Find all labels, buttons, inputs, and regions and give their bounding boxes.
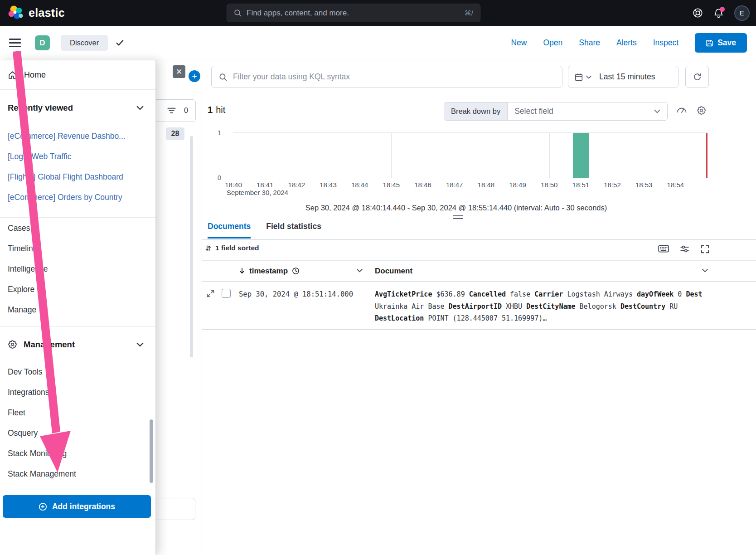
display-options-icon[interactable] — [680, 245, 689, 253]
recently-viewed-item-logs-web-traffic[interactable]: [Logs] Web Traffic — [0, 146, 155, 167]
sidebar-item-home[interactable]: Home — [0, 60, 155, 89]
gear-icon[interactable] — [697, 106, 706, 115]
kql-query-input[interactable]: Filter your data using KQL syntax — [211, 66, 562, 88]
x-axis-label: 18:47 — [446, 181, 463, 189]
recently-viewed-item-flights-global-flight-dashboard[interactable]: [Flights] Global Flight Dashboard — [0, 167, 155, 187]
x-axis-date-label: September 30, 2024 — [227, 189, 288, 196]
management-list: Dev ToolsIntegrationsFleetOsqueryStack M… — [0, 362, 155, 484]
sort-summary: 1 field sorted — [215, 244, 259, 252]
column-label: Document — [375, 267, 412, 276]
notifications-icon[interactable] — [714, 8, 723, 18]
doc-field-name: DestCityName — [526, 302, 575, 311]
chevron-down-icon — [136, 342, 144, 347]
breakdown-select-value: Select field — [514, 107, 553, 116]
save-button-label: Save — [717, 38, 736, 48]
sidebar-item-osquery[interactable]: Osquery — [0, 423, 155, 443]
document-cell[interactable]: AvgTicketPrice $636.89 Cancelled false C… — [375, 288, 707, 325]
sidebar-item-integrations[interactable]: Integrations — [0, 382, 155, 403]
add-field-icon[interactable]: + — [189, 70, 200, 82]
header-actions: E — [693, 0, 750, 26]
global-search-input[interactable]: Find apps, content, and more. ⌘/ — [227, 4, 480, 22]
chart-options-icon[interactable] — [676, 106, 687, 113]
keyboard-icon[interactable] — [658, 245, 669, 253]
doc-field-value: XHBU — [506, 302, 522, 311]
doc-field-value: Ukrainka Air Base — [375, 302, 445, 311]
sort-fields-button[interactable]: 1 field sorted — [205, 244, 259, 252]
brand[interactable]: elastic — [7, 5, 65, 21]
doc-field-name: Dest — [686, 290, 702, 298]
add-integrations-button[interactable]: Add integrations — [3, 495, 151, 518]
time-range-end-marker — [706, 133, 708, 178]
refresh-button[interactable] — [685, 66, 709, 88]
management-header[interactable]: Management — [0, 327, 155, 362]
filter-icon — [167, 107, 176, 114]
toolbar-link-share[interactable]: Share — [579, 38, 600, 48]
breakdown-select[interactable]: Select field — [508, 102, 667, 120]
notification-dot — [720, 7, 725, 12]
kql-placeholder: Filter your data using KQL syntax — [233, 72, 350, 82]
gear-icon — [8, 340, 17, 349]
x-axis-label: 18:44 — [351, 181, 368, 189]
sidebar-item-cases[interactable]: Cases — [0, 218, 155, 239]
plus-circle-icon — [39, 502, 47, 511]
space-badge[interactable]: D — [35, 35, 50, 50]
toolbar-link-alerts[interactable]: Alerts — [616, 38, 637, 48]
chevron-down-icon — [136, 106, 144, 110]
close-icon[interactable]: ✕ — [173, 65, 185, 78]
x-axis-label: 18:40 — [225, 181, 242, 189]
toolbar-actions: NewOpenShareAlertsInspect Save — [511, 33, 747, 53]
x-axis-label: 18:54 — [667, 181, 684, 189]
doc-field-name: AvgTicketPrice — [375, 290, 432, 298]
sort-icon — [205, 245, 211, 252]
y-axis-label-min: 0 — [208, 174, 221, 181]
menu-toggle-button[interactable] — [9, 39, 23, 47]
sidebar-nav-list: CasesTimelinesIntelligenceExploreManage — [0, 218, 155, 320]
toolbar-link-open[interactable]: Open — [543, 38, 562, 48]
toolbar-link-new[interactable]: New — [511, 38, 527, 48]
tab-documents[interactable]: Documents — [208, 222, 251, 239]
toolbar-link-inspect[interactable]: Inspect — [653, 38, 678, 48]
hit-count-label: hit — [216, 105, 225, 115]
expand-document-icon[interactable] — [207, 290, 214, 297]
chevron-down-icon[interactable] — [702, 268, 708, 273]
elastic-logo-icon — [7, 5, 24, 21]
sidebar-item-manage[interactable]: Manage — [0, 300, 155, 320]
sidebar-item-dev-tools[interactable]: Dev Tools — [0, 362, 155, 382]
recently-viewed-item-ecommerce-revenue-dashbo[interactable]: [eCommerce] Revenue Dashbo... — [0, 126, 155, 146]
column-header-timestamp[interactable]: timestamp — [239, 260, 300, 282]
x-axis-label: 18:51 — [572, 181, 590, 189]
home-icon — [8, 70, 17, 80]
tab-field-statistics[interactable]: Field statistics — [266, 222, 321, 239]
x-axis-label: 18:42 — [288, 181, 305, 189]
recently-viewed-item-ecommerce-orders-by-country[interactable]: [eCommerce] Orders by Country — [0, 187, 155, 208]
sidebar-scrollbar[interactable] — [150, 419, 153, 483]
global-header: elastic Find apps, content, and more. ⌘/… — [0, 0, 756, 26]
sidebar-item-intelligence[interactable]: Intelligence — [0, 259, 155, 279]
sidebar-item-stack-management[interactable]: Stack Management — [0, 464, 155, 484]
breadcrumb-discover[interactable]: Discover — [61, 35, 108, 51]
check-icon — [116, 39, 124, 46]
recently-viewed-header[interactable]: Recently viewed — [0, 90, 155, 126]
global-search-placeholder: Find apps, content, and more. — [247, 9, 460, 18]
brand-name: elastic — [29, 6, 65, 19]
sidebar-item-timelines[interactable]: Timelines — [0, 239, 155, 259]
time-range-picker[interactable]: Last 15 minutes — [568, 66, 678, 88]
sidebar-item-fleet[interactable]: Fleet — [0, 403, 155, 423]
chevron-down-icon — [654, 109, 660, 113]
chevron-down-icon[interactable] — [357, 268, 363, 273]
sort-desc-icon — [239, 268, 245, 274]
fullscreen-icon[interactable] — [701, 245, 709, 253]
help-icon[interactable] — [693, 8, 703, 18]
add-integrations-label: Add integrations — [52, 502, 115, 511]
field-panel-scrollbar[interactable] — [190, 136, 193, 357]
sidebar-item-stack-monitoring[interactable]: Stack Monitoring — [0, 443, 155, 464]
column-header-document[interactable]: Document — [375, 260, 412, 282]
save-button[interactable]: Save — [695, 33, 747, 53]
side-navigation: Home Recently viewed [eCommerce] Revenue… — [0, 60, 156, 555]
histogram-bar[interactable] — [573, 133, 589, 178]
y-axis-label-max: 1 — [208, 129, 221, 136]
row-checkbox[interactable] — [222, 289, 231, 298]
sidebar-item-explore[interactable]: Explore — [0, 279, 155, 300]
user-avatar[interactable]: E — [734, 5, 750, 21]
resize-handle[interactable] — [453, 215, 463, 219]
